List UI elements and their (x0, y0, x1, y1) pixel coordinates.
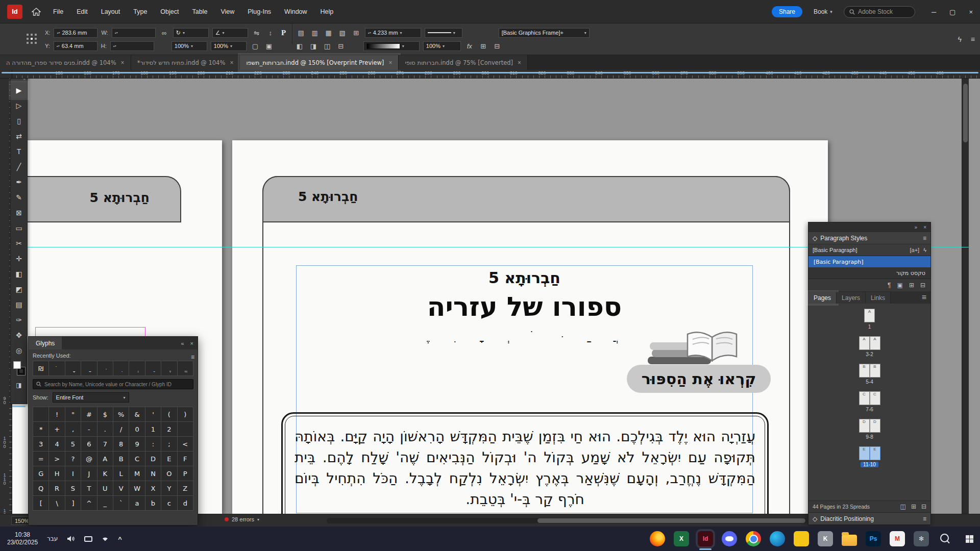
object-icon-2[interactable]: ◨ (308, 42, 318, 50)
opacity-field[interactable]: 100%▾ (423, 41, 461, 51)
glyph-cell[interactable]: + (49, 422, 65, 437)
glyph-cell[interactable]: ' (145, 407, 161, 422)
glyph-cell[interactable]: ֱ (178, 361, 193, 376)
glyph-cell[interactable]: 2 (161, 422, 177, 437)
glyph-cell[interactable]: K (97, 466, 113, 481)
flip-vertical-icon[interactable]: ↕ (265, 29, 276, 37)
align-icon-4[interactable]: ▧ (337, 29, 348, 37)
glyph-cell[interactable]: U (97, 481, 113, 496)
panel-menu-icon[interactable]: ≡ (918, 293, 930, 302)
glyph-cell[interactable]: . (97, 422, 113, 437)
w-field[interactable]: ▴▾ (112, 28, 156, 38)
frame-tool[interactable]: ⊠ (11, 205, 27, 220)
glyph-cell[interactable]: a (129, 496, 145, 511)
glyphs-tab[interactable]: Glyphs (29, 337, 62, 349)
quick-apply-icon[interactable]: ϟ (923, 247, 926, 253)
object-icon-3[interactable]: ◫ (322, 42, 332, 50)
spread-thumbnail[interactable]: A A 3-2 (859, 336, 880, 357)
home-icon[interactable] (32, 8, 41, 16)
align-icon-2[interactable]: ▥ (310, 29, 320, 37)
glyph-cell[interactable]: B (113, 452, 129, 466)
panel-menu-icon[interactable]: ≡ (191, 354, 194, 361)
tab-close-icon[interactable]: × (518, 59, 521, 66)
share-button[interactable]: Share (772, 6, 802, 17)
keepass-icon[interactable]: K (818, 531, 833, 546)
volume-icon[interactable] (67, 535, 75, 542)
glyph-cell[interactable]: N (145, 466, 161, 481)
menu-item[interactable]: Plug-Ins (248, 8, 271, 15)
pen-tool[interactable]: ✒ (11, 174, 27, 190)
panel-menu-icon[interactable]: ≡ (923, 235, 926, 242)
spread-label[interactable]: 1 (866, 324, 874, 330)
glyph-cell[interactable]: / (113, 422, 129, 437)
page-tool[interactable]: ▯ (11, 113, 27, 129)
stepper-icon[interactable]: ▴▾ (113, 45, 116, 47)
glyph-cell[interactable]: D (145, 452, 161, 466)
card-header-band[interactable]: חַבְרוּתָא 5 (262, 176, 790, 222)
glyph-cell[interactable]: F (178, 452, 193, 466)
glyph-cell[interactable]: I (65, 466, 81, 481)
glyph-cell[interactable]: S (65, 481, 81, 496)
glyph-cell[interactable]: 1 (145, 422, 161, 437)
glyph-cell[interactable]: < (178, 437, 193, 452)
glyph-cell[interactable]: W (129, 481, 145, 496)
note-tool[interactable]: ▤ (11, 297, 27, 312)
screen-mode-icon[interactable]: ◨ (16, 382, 21, 389)
maximize-button[interactable]: ▢ (949, 8, 955, 16)
reference-point-proxy[interactable] (27, 34, 37, 44)
document-tab[interactable]: פנים סידור ספרו_מהדורה ה.indd @ 104% × (0, 55, 131, 70)
glyph-cell[interactable]: : (145, 437, 161, 452)
zoom-tool[interactable]: ◎ (11, 343, 27, 358)
language-indicator[interactable]: עבר (47, 535, 58, 542)
story-title[interactable]: ספורו של עזריה (296, 291, 753, 322)
tab-close-icon[interactable]: × (121, 59, 125, 66)
glyph-cell[interactable]: $ (97, 407, 113, 422)
new-page-icon[interactable]: ⊞ (911, 503, 916, 510)
page-thumbnail[interactable]: C (859, 391, 870, 405)
constrain-link-icon[interactable]: ∞ (159, 29, 169, 37)
delete-page-icon[interactable]: ⊟ (921, 503, 926, 510)
glyph-cell[interactable]: 8 (113, 437, 129, 452)
direct-selection-tool[interactable]: ▷ (11, 98, 27, 113)
indesign-icon[interactable]: Id (698, 531, 713, 546)
book-menu[interactable]: Book▾ (814, 8, 832, 15)
scrollbar-thumb[interactable] (963, 84, 968, 142)
glyph-cell[interactable] (178, 422, 193, 437)
scissors-tool[interactable]: ✂ (11, 236, 27, 251)
glyph-cell[interactable]: ₪ (33, 361, 49, 376)
style-list-item[interactable]: טקסט מקור (808, 267, 930, 279)
panel-tab[interactable]: Layers (837, 292, 866, 304)
excel-icon[interactable]: X (674, 531, 689, 546)
display-icon[interactable] (84, 536, 92, 542)
h-field[interactable]: ▴▾ (110, 41, 154, 51)
menu-item[interactable]: Layout (101, 8, 120, 15)
glyph-cell[interactable]: Q (33, 481, 49, 496)
glyph-cell[interactable]: Y (161, 481, 177, 496)
glyph-cell[interactable]: ` (113, 496, 129, 511)
page-thumbnail[interactable]: A (859, 336, 870, 350)
glyph-search-input[interactable]: Search by Name, Unicode value or Charact… (33, 379, 193, 389)
diacritic-positioning-panel[interactable]: ◇ Diacritic Positioning ≡ (808, 512, 930, 524)
object-icon-1[interactable]: ◧ (295, 42, 305, 50)
glyph-cell[interactable]: ִ (113, 361, 129, 376)
tray-expand-icon[interactable]: ^ (118, 535, 122, 543)
left-page-header-band[interactable]: חַבְרוּתָא 5 (12, 176, 181, 222)
start-button[interactable] (962, 531, 977, 546)
current-style-row[interactable]: [Basic Paragraph] [a+] ϟ (808, 244, 930, 256)
glyph-cell[interactable]: & (129, 407, 145, 422)
stroke-weight-field[interactable]: ▴▾4.233 mm▾ (365, 28, 421, 38)
rotation-field[interactable]: ↻▾ (173, 28, 209, 38)
spread-label[interactable]: 5-4 (863, 379, 875, 385)
glyph-cell[interactable]: * (33, 422, 49, 437)
style-group-icon[interactable]: ▣ (897, 282, 903, 289)
glyph-cell[interactable]: " (65, 407, 81, 422)
photoshop-icon[interactable]: Ps (866, 531, 881, 546)
taskbar-clock[interactable]: 10:38 23/02/2025 (7, 531, 38, 546)
glyph-cell[interactable]: ָ (65, 361, 81, 376)
glyph-cell[interactable]: 6 (81, 437, 97, 452)
eyedropper-tool[interactable]: ✑ (11, 312, 27, 328)
collapse-icon[interactable]: « (181, 340, 184, 346)
page-thumbnail[interactable]: B (870, 364, 880, 378)
glyph-cell[interactable]: ; (161, 437, 177, 452)
stepper-icon[interactable]: ▴▾ (57, 32, 60, 34)
